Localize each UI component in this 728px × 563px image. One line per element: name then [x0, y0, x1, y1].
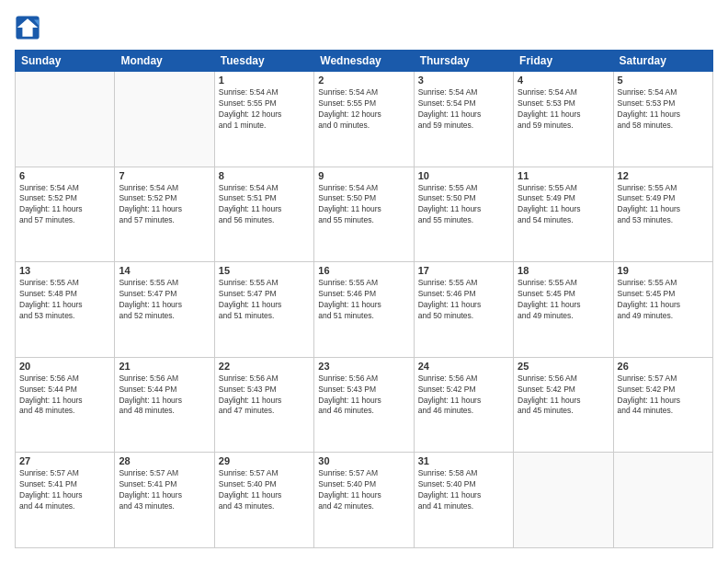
- day-number: 4: [518, 75, 609, 86]
- day-info: Sunrise: 5:55 AMSunset: 5:45 PMDaylight:…: [618, 278, 709, 322]
- calendar-cell: 4Sunrise: 5:54 AMSunset: 5:53 PMDaylight…: [514, 72, 613, 167]
- calendar-cell: 20Sunrise: 5:56 AMSunset: 5:44 PMDayligh…: [16, 357, 115, 453]
- calendar-cell: 7Sunrise: 5:54 AMSunset: 5:52 PMDaylight…: [115, 167, 214, 262]
- calendar-cell: 9Sunrise: 5:54 AMSunset: 5:50 PMDaylight…: [314, 167, 414, 262]
- day-number: 11: [518, 170, 609, 181]
- day-info: Sunrise: 5:57 AMSunset: 5:40 PMDaylight:…: [318, 468, 409, 512]
- header: [15, 15, 713, 40]
- day-info: Sunrise: 5:54 AMSunset: 5:50 PMDaylight:…: [318, 183, 409, 227]
- day-info: Sunrise: 5:55 AMSunset: 5:49 PMDaylight:…: [518, 183, 609, 227]
- calendar-cell: 26Sunrise: 5:57 AMSunset: 5:42 PMDayligh…: [613, 357, 712, 453]
- day-number: 27: [19, 455, 110, 466]
- day-info: Sunrise: 5:54 AMSunset: 5:54 PMDaylight:…: [418, 87, 509, 132]
- day-number: 18: [518, 265, 609, 276]
- calendar-cell: 17Sunrise: 5:55 AMSunset: 5:46 PMDayligh…: [414, 262, 513, 358]
- day-number: 24: [418, 361, 509, 372]
- day-info: Sunrise: 5:58 AMSunset: 5:40 PMDaylight:…: [418, 468, 509, 512]
- day-number: 19: [618, 265, 709, 276]
- day-info: Sunrise: 5:57 AMSunset: 5:41 PMDaylight:…: [19, 468, 110, 512]
- day-number: 17: [418, 265, 509, 276]
- day-number: 7: [119, 170, 210, 181]
- logo-icon: [15, 15, 40, 40]
- calendar-cell: 6Sunrise: 5:54 AMSunset: 5:52 PMDaylight…: [16, 167, 115, 262]
- day-number: 9: [318, 170, 409, 181]
- day-number: 13: [19, 265, 110, 276]
- day-number: 8: [219, 170, 310, 181]
- day-number: 29: [219, 455, 310, 466]
- day-info: Sunrise: 5:57 AMSunset: 5:42 PMDaylight:…: [618, 373, 709, 418]
- calendar-cell: 19Sunrise: 5:55 AMSunset: 5:45 PMDayligh…: [613, 262, 712, 358]
- logo: [15, 15, 44, 40]
- day-info: Sunrise: 5:56 AMSunset: 5:44 PMDaylight:…: [119, 373, 210, 418]
- day-number: 28: [119, 455, 210, 466]
- col-saturday: Saturday: [613, 51, 712, 72]
- calendar-cell: 2Sunrise: 5:54 AMSunset: 5:55 PMDaylight…: [314, 72, 414, 167]
- day-info: Sunrise: 5:56 AMSunset: 5:44 PMDaylight:…: [19, 373, 110, 418]
- calendar-cell: 25Sunrise: 5:56 AMSunset: 5:42 PMDayligh…: [514, 357, 613, 453]
- day-number: 26: [618, 361, 709, 372]
- day-info: Sunrise: 5:54 AMSunset: 5:53 PMDaylight:…: [518, 87, 609, 132]
- calendar-cell: 11Sunrise: 5:55 AMSunset: 5:49 PMDayligh…: [514, 167, 613, 262]
- calendar-cell: [16, 72, 115, 167]
- header-row: Sunday Monday Tuesday Wednesday Thursday…: [16, 51, 713, 72]
- calendar-cell: [115, 72, 214, 167]
- day-info: Sunrise: 5:55 AMSunset: 5:46 PMDaylight:…: [318, 278, 409, 322]
- day-number: 6: [19, 170, 110, 181]
- calendar-cell: 15Sunrise: 5:55 AMSunset: 5:47 PMDayligh…: [214, 262, 313, 358]
- calendar-cell: 21Sunrise: 5:56 AMSunset: 5:44 PMDayligh…: [115, 357, 214, 453]
- calendar-cell: 8Sunrise: 5:54 AMSunset: 5:51 PMDaylight…: [214, 167, 313, 262]
- calendar-cell: 29Sunrise: 5:57 AMSunset: 5:40 PMDayligh…: [214, 453, 313, 548]
- day-info: Sunrise: 5:55 AMSunset: 5:47 PMDaylight:…: [219, 278, 310, 322]
- page: Sunday Monday Tuesday Wednesday Thursday…: [0, 0, 728, 563]
- calendar-cell: [514, 453, 613, 548]
- day-number: 31: [418, 455, 509, 466]
- col-monday: Monday: [115, 51, 214, 72]
- calendar-cell: 27Sunrise: 5:57 AMSunset: 5:41 PMDayligh…: [16, 453, 115, 548]
- day-info: Sunrise: 5:54 AMSunset: 5:52 PMDaylight:…: [19, 183, 110, 227]
- day-number: 1: [219, 75, 310, 86]
- day-info: Sunrise: 5:55 AMSunset: 5:46 PMDaylight:…: [418, 278, 509, 322]
- calendar-cell: 23Sunrise: 5:56 AMSunset: 5:43 PMDayligh…: [314, 357, 414, 453]
- day-number: 30: [318, 455, 409, 466]
- col-friday: Friday: [514, 51, 613, 72]
- calendar-cell: 5Sunrise: 5:54 AMSunset: 5:53 PMDaylight…: [613, 72, 712, 167]
- calendar-cell: 24Sunrise: 5:56 AMSunset: 5:42 PMDayligh…: [414, 357, 513, 453]
- day-number: 22: [219, 361, 310, 372]
- day-info: Sunrise: 5:56 AMSunset: 5:43 PMDaylight:…: [318, 373, 409, 418]
- col-tuesday: Tuesday: [214, 51, 313, 72]
- calendar-cell: 28Sunrise: 5:57 AMSunset: 5:41 PMDayligh…: [115, 453, 214, 548]
- day-number: 23: [318, 361, 409, 372]
- calendar-cell: 31Sunrise: 5:58 AMSunset: 5:40 PMDayligh…: [414, 453, 513, 548]
- day-number: 25: [518, 361, 609, 372]
- day-number: 14: [119, 265, 210, 276]
- calendar-cell: 13Sunrise: 5:55 AMSunset: 5:48 PMDayligh…: [16, 262, 115, 358]
- day-info: Sunrise: 5:54 AMSunset: 5:53 PMDaylight:…: [618, 87, 709, 132]
- day-info: Sunrise: 5:56 AMSunset: 5:42 PMDaylight:…: [418, 373, 509, 418]
- day-info: Sunrise: 5:54 AMSunset: 5:55 PMDaylight:…: [219, 87, 310, 132]
- day-info: Sunrise: 5:55 AMSunset: 5:49 PMDaylight:…: [618, 183, 709, 227]
- day-info: Sunrise: 5:55 AMSunset: 5:48 PMDaylight:…: [19, 278, 110, 322]
- calendar-cell: 1Sunrise: 5:54 AMSunset: 5:55 PMDaylight…: [214, 72, 313, 167]
- calendar-cell: 14Sunrise: 5:55 AMSunset: 5:47 PMDayligh…: [115, 262, 214, 358]
- day-info: Sunrise: 5:57 AMSunset: 5:41 PMDaylight:…: [119, 468, 210, 512]
- day-info: Sunrise: 5:54 AMSunset: 5:52 PMDaylight:…: [119, 183, 210, 227]
- day-info: Sunrise: 5:55 AMSunset: 5:45 PMDaylight:…: [518, 278, 609, 322]
- calendar-cell: 18Sunrise: 5:55 AMSunset: 5:45 PMDayligh…: [514, 262, 613, 358]
- day-number: 15: [219, 265, 310, 276]
- day-number: 12: [618, 170, 709, 181]
- calendar-table: Sunday Monday Tuesday Wednesday Thursday…: [15, 50, 713, 548]
- calendar-cell: 22Sunrise: 5:56 AMSunset: 5:43 PMDayligh…: [214, 357, 313, 453]
- col-thursday: Thursday: [414, 51, 513, 72]
- day-info: Sunrise: 5:55 AMSunset: 5:47 PMDaylight:…: [119, 278, 210, 322]
- day-info: Sunrise: 5:56 AMSunset: 5:42 PMDaylight:…: [518, 373, 609, 418]
- day-info: Sunrise: 5:54 AMSunset: 5:55 PMDaylight:…: [318, 87, 409, 132]
- day-number: 20: [19, 361, 110, 372]
- col-wednesday: Wednesday: [314, 51, 414, 72]
- calendar-cell: 16Sunrise: 5:55 AMSunset: 5:46 PMDayligh…: [314, 262, 414, 358]
- day-number: 2: [318, 75, 409, 86]
- col-sunday: Sunday: [16, 51, 115, 72]
- day-number: 10: [418, 170, 509, 181]
- day-info: Sunrise: 5:54 AMSunset: 5:51 PMDaylight:…: [219, 183, 310, 227]
- day-info: Sunrise: 5:55 AMSunset: 5:50 PMDaylight:…: [418, 183, 509, 227]
- day-number: 21: [119, 361, 210, 372]
